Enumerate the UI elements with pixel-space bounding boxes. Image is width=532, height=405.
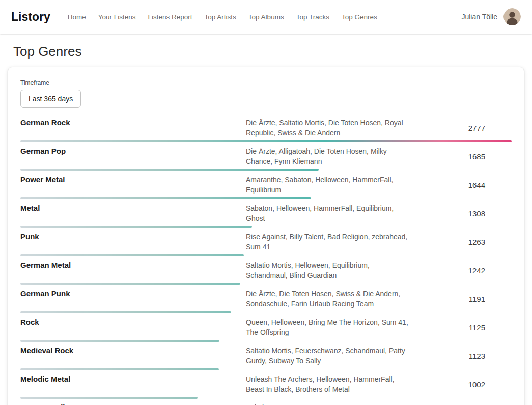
genre-bar-track [20,311,512,313]
genre-bar-track [20,140,512,142]
genre-artists: Bukahara, Käptn Peng, KYTES, Von Wegen L… [246,402,410,405]
genre-row: Rock Queen, Helloween, Bring Me The Hori… [20,313,512,342]
genre-count: 1644 [410,181,512,189]
nav-link-top-artists[interactable]: Top Artists [205,13,236,21]
nav-links: HomeYour ListensListens ReportTop Artist… [68,13,377,21]
genre-name: German Metal [20,260,246,280]
genre-artists: Die Ärzte, Alligatoah, Die Toten Hosen, … [246,146,410,166]
genre-row: Metal Sabaton, Helloween, HammerFall, Eq… [20,199,512,228]
genre-name: Medieval Rock [20,345,246,366]
genre-name: Rock [20,317,246,337]
genre-bar-track [20,254,512,256]
genre-bar-fill [20,397,198,399]
genre-artists: Die Ärzte, Saltatio Mortis, Die Toten Ho… [246,118,410,138]
nav-link-your-listens[interactable]: Your Listens [98,13,136,21]
genre-bar-track [20,340,512,342]
genre-count: 1191 [410,295,512,303]
genre-artists: Saltatio Mortis, Feuerschwanz, Schandmau… [246,345,410,366]
timeframe-label: Timeframe [20,79,512,86]
genre-artists: Die Ärzte, Die Toten Hosen, Swiss & Die … [246,288,410,309]
user-menu[interactable]: Julian Tölle [461,8,521,25]
genre-bar-track [20,169,512,171]
genre-artists: Rise Against, Billy Talent, Bad Religion… [246,232,410,252]
genre-name: German Rock [20,118,246,138]
genre-count: 1263 [410,238,512,246]
genre-row: German Indie Bukahara, Käptn Peng, KYTES… [20,399,512,405]
nav-link-home[interactable]: Home [68,13,86,21]
genre-row: German Rock Die Ärzte, Saltatio Mortis, … [20,114,512,142]
nav-link-listens-report[interactable]: Listens Report [148,13,192,21]
navbar: Listory HomeYour ListensListens ReportTo… [0,0,532,34]
genre-bar-track [20,283,512,285]
genre-artists: Sabaton, Helloween, HammerFall, Equilibr… [246,203,410,223]
nav-link-top-albums[interactable]: Top Albums [248,13,284,21]
genre-count: 2777 [410,124,512,132]
genre-count: 1002 [410,380,512,389]
genre-table: German Rock Die Ärzte, Saltatio Mortis, … [20,114,512,405]
genre-bar-track [20,368,512,370]
genre-row: German Metal Saltatio Mortis, Helloween,… [20,256,512,285]
genre-count: 1685 [410,152,512,161]
genre-bar-fill [20,368,219,370]
nav-link-top-tracks[interactable]: Top Tracks [296,13,329,21]
genre-bar-track [20,397,512,399]
genre-bar-fill [20,311,231,313]
genre-row: German Punk Die Ärzte, Die Toten Hosen, … [20,285,512,313]
genre-bar-fill [20,283,240,285]
genre-bar-fill [20,254,244,256]
app-logo[interactable]: Listory [11,10,50,24]
genre-bar-fill [20,197,311,199]
nav-link-top-genres[interactable]: Top Genres [342,13,377,21]
user-name: Julian Tölle [461,13,497,21]
genre-name: German Indie [20,402,246,405]
genre-name: Melodic Metal [20,374,246,394]
genre-bar-track [20,197,512,199]
genre-row: Medieval Rock Saltatio Mortis, Feuerschw… [20,342,512,370]
genre-bar-fill [20,226,252,228]
genre-name: Metal [20,203,246,223]
genre-count: 1242 [410,266,512,275]
top-genres-card: Timeframe Last 365 days German Rock Die … [8,67,524,405]
genre-bar-fill [20,340,219,342]
genre-bar-fill [20,140,512,142]
genre-row: Power Metal Amaranthe, Sabaton, Hellowee… [20,171,512,199]
genre-name: German Pop [20,146,246,166]
genre-count: 1308 [410,209,512,218]
genre-name: Power Metal [20,175,246,195]
genre-name: German Punk [20,288,246,309]
genre-artists: Amaranthe, Sabaton, Helloween, HammerFal… [246,175,410,195]
genre-name: Punk [20,232,246,252]
genre-bar-fill [20,169,319,171]
genre-artists: Queen, Helloween, Bring Me The Horizon, … [246,317,410,337]
genre-count: 1123 [410,352,512,360]
page-title: Top Genres [13,44,532,60]
timeframe-select[interactable]: Last 365 days [20,90,81,108]
genre-row: Punk Rise Against, Billy Talent, Bad Rel… [20,228,512,256]
avatar[interactable] [503,8,521,25]
genre-artists: Saltatio Mortis, Helloween, Equilibrium,… [246,260,410,280]
genre-row: German Pop Die Ärzte, Alligatoah, Die To… [20,142,512,171]
genre-bar-track [20,226,512,228]
genre-row: Melodic Metal Unleash The Archers, Hello… [20,370,512,399]
genre-count: 1125 [410,323,512,332]
genre-artists: Unleash The Archers, Helloween, HammerFa… [246,374,410,394]
